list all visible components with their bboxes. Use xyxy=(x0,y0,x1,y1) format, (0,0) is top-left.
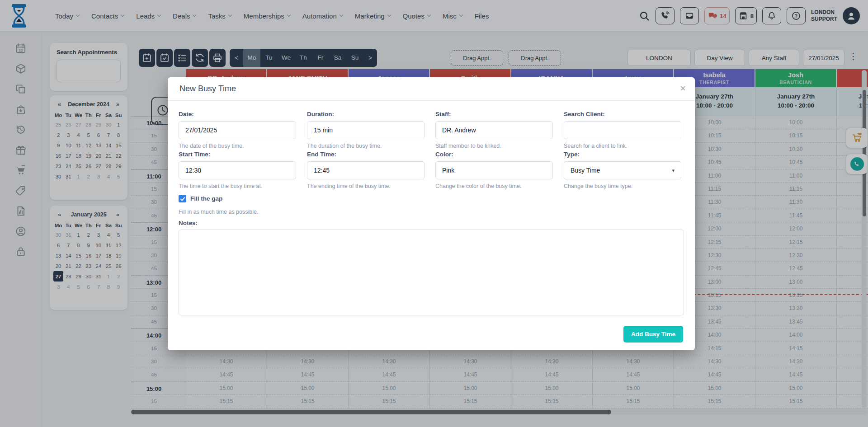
notes-label: Notes: xyxy=(179,220,198,226)
field-start-time: Start Time:The time to start the busy ti… xyxy=(179,151,296,189)
field-label: Type: xyxy=(564,151,681,158)
field-help: Change the color of the busy time. xyxy=(435,183,553,189)
field-input-color[interactable] xyxy=(435,161,553,179)
chevron-down-icon: ▾ xyxy=(672,168,675,174)
field-label: Duration: xyxy=(307,111,425,117)
field-input-end-time[interactable] xyxy=(307,161,425,179)
field-label: Date: xyxy=(179,111,296,117)
field-help: The ending time of the busy time. xyxy=(307,183,425,189)
field-help: Staff member to be linked. xyxy=(435,143,553,149)
field-staff: Staff:Staff member to be linked. xyxy=(435,111,553,149)
fill-the-gap-label: Fill the gap xyxy=(190,195,222,202)
field-input-date[interactable] xyxy=(179,121,296,139)
fill-the-gap-checkbox[interactable] xyxy=(179,195,186,202)
field-input-search-client[interactable] xyxy=(564,121,681,139)
field-label: Search Client: xyxy=(564,111,681,117)
field-end-time: End Time:The ending time of the busy tim… xyxy=(307,151,425,189)
modal-field-row-2: Start Time:The time to start the busy ti… xyxy=(179,151,681,189)
field-search-client: Search Client:Search for a client to lin… xyxy=(564,111,681,149)
field-help: Change the busy time type. xyxy=(564,183,681,189)
fill-the-gap-row: Fill the gap xyxy=(179,195,222,202)
selected-option: Busy Time xyxy=(571,167,600,174)
field-help: The date of the busy time. xyxy=(179,143,296,149)
modal-title: New Busy Time xyxy=(179,84,236,94)
modal-header: New Busy Time xyxy=(168,77,695,101)
modal-field-row-1: Date:The date of the busy time.Duration:… xyxy=(179,111,681,149)
close-icon[interactable]: × xyxy=(680,83,686,94)
field-date: Date:The date of the busy time. xyxy=(179,111,296,149)
field-input-start-time[interactable] xyxy=(179,161,296,179)
field-color: Color:Change the color of the busy time. xyxy=(435,151,553,189)
notes-textarea[interactable] xyxy=(179,230,684,315)
field-label: Start Time: xyxy=(179,151,296,158)
new-busy-time-modal: New Busy Time × Date:The date of the bus… xyxy=(168,77,695,350)
field-duration: Duration:The duration of the busy time. xyxy=(307,111,425,149)
field-label: End Time: xyxy=(307,151,425,158)
field-label: Color: xyxy=(435,151,553,158)
fill-the-gap-help: Fill in as much time as possible. xyxy=(179,209,258,215)
type-select[interactable]: Busy Time▾ xyxy=(564,161,681,179)
field-help: Search for a client to link. xyxy=(564,143,681,149)
field-input-duration[interactable] xyxy=(307,121,425,139)
add-busy-time-button[interactable]: Add Busy Time xyxy=(623,326,683,343)
field-input-staff[interactable] xyxy=(435,121,553,139)
field-help: The duration of the busy time. xyxy=(307,143,425,149)
field-label: Staff: xyxy=(435,111,553,117)
field-type: Type:Busy Time▾Change the busy time type… xyxy=(564,151,681,189)
field-help: The time to start the busy time at. xyxy=(179,183,296,189)
